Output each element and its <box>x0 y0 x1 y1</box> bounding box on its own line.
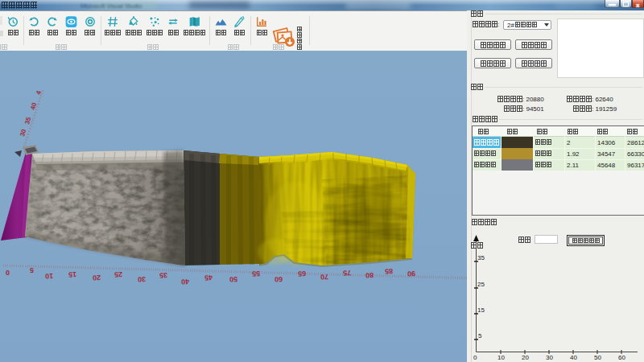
svg-text:40: 40 <box>181 278 189 286</box>
svg-text:75: 75 <box>343 269 351 277</box>
svg-text:80: 80 <box>365 271 374 279</box>
svg-text:30: 30 <box>546 354 553 361</box>
svg-text:25: 25 <box>114 270 122 278</box>
svg-text:40: 40 <box>570 354 577 361</box>
svg-text:0: 0 <box>6 269 10 277</box>
svg-text:85: 85 <box>385 267 393 275</box>
svg-text:60: 60 <box>618 354 625 361</box>
svg-text:15: 15 <box>477 306 485 314</box>
svg-text:20: 20 <box>522 354 529 361</box>
svg-text:35: 35 <box>159 271 167 279</box>
svg-text:70: 70 <box>320 273 328 281</box>
svg-text:55: 55 <box>252 269 260 278</box>
svg-text:35: 35 <box>477 254 485 261</box>
svg-text:25: 25 <box>477 281 485 288</box>
svg-text:90: 90 <box>407 269 415 278</box>
svg-text:50: 50 <box>229 275 237 283</box>
svg-text:20: 20 <box>93 274 101 282</box>
svg-text:30: 30 <box>138 275 146 283</box>
svg-text:5: 5 <box>30 266 34 274</box>
svg-text:65: 65 <box>298 269 306 278</box>
svg-text:10: 10 <box>497 354 505 361</box>
svg-text:0: 0 <box>473 354 477 361</box>
svg-text:5: 5 <box>478 332 482 339</box>
svg-text:60: 60 <box>275 275 283 283</box>
svg-text:45: 45 <box>204 274 213 282</box>
svg-text:15: 15 <box>68 270 76 278</box>
svg-text:50: 50 <box>594 354 601 361</box>
svg-text:10: 10 <box>45 272 53 280</box>
